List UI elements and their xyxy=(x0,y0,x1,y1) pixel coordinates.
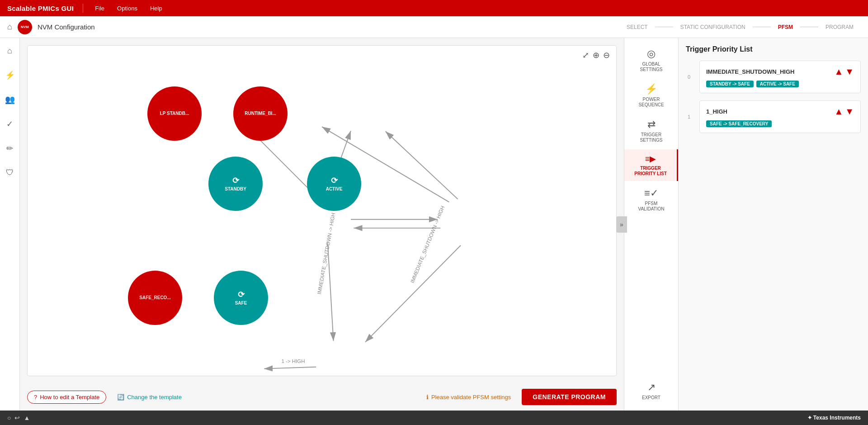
collapse-button[interactable]: » xyxy=(616,216,627,233)
panel-title: Trigger Priority List xyxy=(686,45,861,53)
trigger-item-1-box: 1_HIGH ▲ ▼ SAFE -> SAFE_RECOVERY xyxy=(699,100,861,133)
how-to-label: How to edit a Template xyxy=(40,394,99,401)
trigger-item-1-tags: SAFE -> SAFE_RECOVERY xyxy=(706,120,854,127)
trigger-item-1-actions: ▲ ▼ xyxy=(834,106,854,117)
svg-text:1 -> HIGH: 1 -> HIGH xyxy=(281,358,305,364)
node-standby[interactable]: ⟳ STANDBY xyxy=(208,157,263,211)
panel-nav-trigger[interactable]: ⇄ TRIGGERSETTINGS xyxy=(624,114,678,148)
panel-nav-export[interactable]: ↗ EXPORT xyxy=(624,377,678,405)
panel-nav-priority[interactable]: ≡▶ TRIGGERPRIORITY LIST xyxy=(624,149,678,181)
trigger-item-1: 1 1_HIGH ▲ ▼ SAFE -> SAFE_RECOVERY xyxy=(699,100,861,133)
export-icon: ↗ xyxy=(647,382,656,393)
bottom-bar: ? How to edit a Template 🔄 Change the te… xyxy=(20,383,624,411)
pfsm-validation-icon: ≡✓ xyxy=(644,187,658,199)
sidebar-check-icon[interactable]: ✓ xyxy=(4,116,16,132)
question-icon: ? xyxy=(34,394,37,401)
top-bar-divider xyxy=(83,4,83,13)
trigger-item-1-name: 1_HIGH xyxy=(706,108,727,115)
device-abbr: NVM xyxy=(21,25,29,29)
status-icon-circle: ○ xyxy=(7,414,11,421)
nav-step-select[interactable]: SELECT xyxy=(619,24,655,30)
trigger-item-0-tag-0: STANDBY -> SAFE xyxy=(706,81,754,87)
global-settings-icon: ◎ xyxy=(647,48,656,60)
page-title: NVM Configuration xyxy=(38,23,614,31)
trigger-settings-icon: ⇄ xyxy=(647,119,656,130)
trigger-priority-icon: ≡▶ xyxy=(645,154,656,164)
trigger-item-0: 0 IMMEDIATE_SHUTDOWN_HIGH ▲ ▼ STANDBY ->… xyxy=(699,61,861,93)
node-safe[interactable]: ⟳ SAFE xyxy=(214,271,268,325)
trigger-item-0-name: IMMEDIATE_SHUTDOWN_HIGH xyxy=(706,68,794,75)
canvas-toolbar: ⤢ ⊕ ⊖ xyxy=(582,50,610,60)
validate-text: Please validate PFSM settings xyxy=(431,394,511,401)
svg-line-3 xyxy=(386,131,458,199)
change-template-button[interactable]: 🔄 Change the template xyxy=(117,394,182,401)
node-lp-standby[interactable]: LP STANDB... xyxy=(147,86,202,141)
top-bar: Scalable PMICs GUI File Options Help xyxy=(0,0,868,16)
menu-file[interactable]: File xyxy=(92,3,107,14)
trigger-item-0-down[interactable]: ▼ xyxy=(845,67,854,77)
sidebar-shield-icon[interactable]: 🛡 xyxy=(3,165,17,180)
status-bar: ○ ↩ ▲ ✦ Texas Instruments xyxy=(0,411,868,425)
trigger-item-1-header: 1_HIGH ▲ ▼ xyxy=(706,106,854,117)
menu-options[interactable]: Options xyxy=(114,3,140,14)
nav-step-static[interactable]: STATIC CONFIGURATION xyxy=(673,24,753,30)
sub-header: ⌂ NVM NVM Configuration SELECT STATIC CO… xyxy=(0,16,868,38)
trigger-item-1-tag-0: SAFE -> SAFE_RECOVERY xyxy=(706,120,772,127)
main-layout: ⌂ ⚡ 👥 ✓ ✏ 🛡 ⤢ ⊕ ⊖ xyxy=(0,38,868,411)
panel-nav-validation[interactable]: ≡✓ PFSMVALIDATION xyxy=(624,183,678,216)
power-sequence-icon: ⚡ xyxy=(645,83,657,95)
device-icon: NVM xyxy=(18,20,32,34)
menu-help[interactable]: Help xyxy=(147,3,165,14)
trigger-item-0-num: 0 xyxy=(688,74,690,80)
svg-line-8 xyxy=(365,245,461,342)
ti-logo: ✦ Texas Instruments xyxy=(807,415,861,421)
node-runtime-bi[interactable]: RUNTIME_BI... xyxy=(233,86,288,141)
trigger-item-0-tags: STANDBY -> SAFE ACTIVE -> SAFE xyxy=(706,81,854,87)
generate-program-button[interactable]: GENERATE PROGRAM xyxy=(522,389,617,405)
canvas-expand-icon[interactable]: ⤢ xyxy=(582,50,589,60)
app-title: Scalable PMICs GUI xyxy=(7,5,74,12)
trigger-item-0-actions: ▲ ▼ xyxy=(834,67,854,77)
validate-message: ℹ Please validate PFSM settings xyxy=(426,394,511,401)
nav-step-pfsm[interactable]: PFSM xyxy=(771,24,800,30)
nav-step-line-3 xyxy=(800,27,818,27)
canvas-zoom-out-icon[interactable]: ⊖ xyxy=(603,50,610,60)
canvas-box: ⤢ ⊕ ⊖ xyxy=(27,45,617,376)
trigger-item-0-box: IMMEDIATE_SHUTDOWN_HIGH ▲ ▼ STANDBY -> S… xyxy=(699,61,861,93)
panel-nav-power[interactable]: ⚡ POWERSEQUENCE xyxy=(624,79,678,112)
status-icon-up[interactable]: ▲ xyxy=(24,414,30,421)
top-bar-menu: File Options Help xyxy=(92,3,165,14)
how-to-button[interactable]: ? How to edit a Template xyxy=(27,391,106,404)
home-icon[interactable]: ⌂ xyxy=(7,22,12,32)
panel-nav-global[interactable]: ◎ GLOBALSETTINGS xyxy=(624,43,678,77)
nav-steps: SELECT STATIC CONFIGURATION PFSM PROGRAM xyxy=(619,24,861,30)
svg-line-7 xyxy=(328,243,334,341)
right-content-panel: Trigger Priority List 0 IMMEDIATE_SHUTDO… xyxy=(678,38,868,411)
sidebar-edit-icon[interactable]: ✏ xyxy=(4,141,16,156)
status-icon-undo[interactable]: ↩ xyxy=(14,414,20,421)
node-active[interactable]: ⟳ ACTIVE xyxy=(307,157,361,211)
change-template-label: Change the template xyxy=(127,394,182,401)
state-machine-svg: IMMEDIATE_SHUTDOWN -> HIGH IMMEDIATE_SHU… xyxy=(28,46,616,376)
svg-text:IMMEDIATE_SHUTDOWN -> HIGH: IMMEDIATE_SHUTDOWN -> HIGH xyxy=(410,205,446,284)
sidebar-home-icon[interactable]: ⌂ xyxy=(5,43,15,58)
refresh-icon: 🔄 xyxy=(117,394,124,401)
nav-step-line-2 xyxy=(753,27,771,27)
sidebar-users-icon[interactable]: 👥 xyxy=(2,92,18,107)
trigger-item-1-up[interactable]: ▲ xyxy=(834,106,843,117)
trigger-item-0-header: IMMEDIATE_SHUTDOWN_HIGH ▲ ▼ xyxy=(706,67,854,77)
status-icons: ○ ↩ ▲ xyxy=(7,414,30,421)
node-safe-reco[interactable]: SAFE_RECO... xyxy=(128,271,182,325)
trigger-item-0-up[interactable]: ▲ xyxy=(834,67,843,77)
trigger-item-0-tag-1: ACTIVE -> SAFE xyxy=(756,81,799,87)
trigger-list: 0 IMMEDIATE_SHUTDOWN_HIGH ▲ ▼ STANDBY ->… xyxy=(686,61,861,133)
sidebar-flash-icon[interactable]: ⚡ xyxy=(2,67,18,83)
canvas-zoom-in-icon[interactable]: ⊕ xyxy=(593,50,599,60)
left-sidebar: ⌂ ⚡ 👥 ✓ ✏ 🛡 xyxy=(0,38,20,411)
trigger-item-1-num: 1 xyxy=(688,114,690,119)
svg-text:IMMEDIATE_SHUTDOWN -> HIGH: IMMEDIATE_SHUTDOWN -> HIGH xyxy=(316,212,336,295)
trigger-item-1-down[interactable]: ▼ xyxy=(845,106,854,117)
svg-line-9 xyxy=(264,367,316,369)
nav-step-program[interactable]: PROGRAM xyxy=(818,24,861,30)
right-panel-nav: » ◎ GLOBALSETTINGS ⚡ POWERSEQUENCE ⇄ TRI… xyxy=(624,38,678,411)
